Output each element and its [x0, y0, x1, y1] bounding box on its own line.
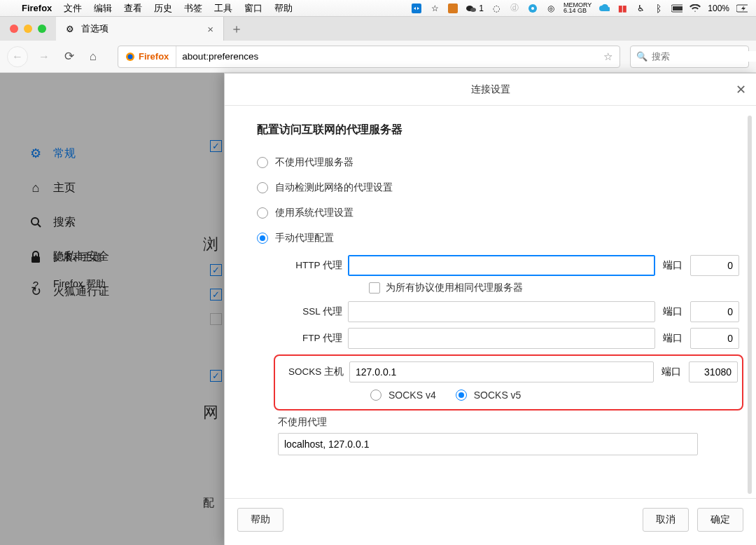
socks-port-label: 端口: [659, 366, 683, 378]
ssl-proxy-input[interactable]: [348, 301, 655, 322]
share-proxy-checkbox-row[interactable]: 为所有协议使用相同代理服务器: [369, 282, 739, 294]
address-bar[interactable]: Firefox ☆: [118, 46, 620, 68]
ssl-port-input[interactable]: [690, 301, 739, 322]
star-icon[interactable]: ☆: [429, 3, 440, 14]
window-maximize-button[interactable]: [38, 25, 46, 33]
menu-tools[interactable]: 工具: [214, 2, 232, 15]
http-proxy-label: HTTP 代理: [278, 259, 342, 272]
wifi-icon[interactable]: [690, 3, 701, 14]
ftp-proxy-input[interactable]: [348, 328, 655, 349]
http-port-input[interactable]: [690, 255, 739, 276]
ssl-proxy-label: SSL 代理: [278, 305, 342, 318]
socks-host-input[interactable]: [349, 361, 654, 382]
http-port-label: 端口: [661, 259, 685, 272]
menu-edit[interactable]: 编辑: [94, 2, 112, 15]
ftp-port-input[interactable]: [690, 328, 739, 349]
cloud-icon[interactable]: [598, 3, 610, 14]
scrollbar[interactable]: [748, 116, 752, 494]
firefox-icon: [125, 52, 135, 62]
d-icon[interactable]: ⓓ: [509, 3, 520, 14]
search-input[interactable]: [652, 51, 756, 62]
wechat-icon[interactable]: 1: [465, 4, 484, 13]
dialog-body: 配置访问互联网的代理服务器 不使用代理服务器 自动检测此网络的代理设置 使用系统…: [225, 106, 756, 498]
bookmark-star-icon[interactable]: ☆: [596, 50, 620, 63]
bluetooth-icon[interactable]: ᛒ: [653, 3, 664, 14]
help-button[interactable]: 帮助: [237, 508, 284, 532]
menu-window[interactable]: 窗口: [244, 2, 262, 15]
search-icon: 🔍: [636, 51, 648, 62]
tab-close-icon[interactable]: ×: [207, 23, 214, 35]
http-proxy-input[interactable]: [348, 255, 655, 276]
radio-system-proxy[interactable]: 使用系统代理设置: [257, 200, 739, 226]
dialog-title: 连接设置: [471, 83, 510, 96]
radio-socks5[interactable]: SOCKS v5: [456, 388, 522, 402]
noproxy-textarea[interactable]: [278, 433, 698, 455]
radio-manual-proxy[interactable]: 手动代理配置: [257, 226, 739, 251]
window-controls: [0, 17, 56, 41]
svg-rect-7: [673, 6, 682, 11]
radio-icon: [257, 233, 268, 244]
radio-no-proxy[interactable]: 不使用代理服务器: [257, 150, 739, 175]
proxy-fields: HTTP 代理 端口 为所有协议使用相同代理服务器 SSL 代理 端口 FTP …: [278, 255, 739, 411]
svg-point-3: [470, 8, 476, 12]
accessibility-icon[interactable]: ♿︎: [635, 3, 646, 14]
socks-port-input[interactable]: [689, 361, 738, 382]
menu-history[interactable]: 历史: [154, 2, 172, 15]
radio-socks4[interactable]: SOCKS v4: [370, 388, 436, 402]
circle-icon[interactable]: ◌: [491, 3, 502, 14]
forward-button[interactable]: →: [34, 46, 55, 67]
memory-indicator[interactable]: MEMORY6.14 GB: [564, 3, 592, 13]
connection-settings-dialog: 连接设置 ✕ 配置访问互联网的代理服务器 不使用代理服务器 自动检测此网络的代理…: [224, 73, 756, 545]
noproxy-heading: 不使用代理: [278, 416, 739, 429]
ssl-port-label: 端口: [661, 305, 685, 318]
search-box[interactable]: 🔍: [630, 46, 749, 68]
macos-menubar: Firefox 文件 编辑 查看 历史 书签 工具 窗口 帮助 ☆ 1 ◌ ⓓ …: [0, 0, 756, 17]
dialog-heading: 配置访问互联网的代理服务器: [257, 123, 739, 137]
radio-icon: [257, 207, 268, 219]
app-name[interactable]: Firefox: [22, 3, 52, 13]
site-identity[interactable]: Firefox: [118, 46, 176, 67]
back-button[interactable]: ←: [7, 46, 28, 67]
home-button[interactable]: ⌂: [84, 50, 102, 64]
radio-icon: [257, 182, 268, 193]
dialog-title-bar: 连接设置 ✕: [225, 74, 756, 106]
menu-file[interactable]: 文件: [64, 2, 82, 15]
tab-preferences[interactable]: ⚙ 首选项 ×: [56, 17, 224, 41]
menu-bookmarks[interactable]: 书签: [184, 2, 202, 15]
battery-icon[interactable]: [671, 3, 682, 14]
url-input[interactable]: [176, 51, 596, 62]
svg-point-12: [128, 54, 133, 59]
radio-icon: [257, 157, 268, 168]
teamviewer-icon[interactable]: [411, 3, 422, 14]
menu-view[interactable]: 查看: [124, 2, 142, 15]
socks-highlight: SOCKS 主机 端口 SOCKS v4 SOCKS v5: [274, 354, 743, 411]
ftp-port-label: 端口: [661, 332, 685, 345]
ftp-proxy-label: FTP 代理: [278, 332, 342, 345]
wechat-badge: 1: [479, 4, 484, 13]
new-tab-button[interactable]: ＋: [224, 17, 249, 41]
radio-icon: [370, 389, 382, 401]
radio-icon: [456, 389, 467, 401]
socks-host-label: SOCKS 主机: [279, 366, 344, 378]
pause-icon[interactable]: ▮▮: [617, 3, 628, 14]
tab-strip: ⚙ 首选项 × ＋: [0, 17, 756, 41]
checkbox-icon: [369, 282, 380, 294]
ok-button[interactable]: 确定: [697, 508, 743, 532]
cancel-button[interactable]: 取消: [643, 508, 689, 532]
reload-button[interactable]: ⟳: [60, 49, 78, 64]
window-minimize-button[interactable]: [24, 25, 32, 33]
radio-auto-detect[interactable]: 自动检测此网络的代理设置: [257, 175, 739, 200]
svg-rect-0: [412, 4, 421, 13]
target-icon[interactable]: ◎: [545, 3, 556, 14]
menu-help[interactable]: 帮助: [274, 2, 293, 15]
svg-point-5: [531, 7, 534, 10]
dialog-close-button[interactable]: ✕: [736, 82, 746, 97]
cloud-dot-icon[interactable]: [527, 3, 538, 14]
tab-title: 首选项: [81, 23, 108, 35]
app-icon[interactable]: [447, 3, 458, 14]
window-close-button[interactable]: [10, 25, 18, 33]
svg-rect-1: [448, 4, 458, 13]
gear-icon: ⚙: [66, 24, 74, 34]
battery-percent: 100%: [708, 4, 729, 13]
charging-icon[interactable]: [736, 3, 748, 14]
